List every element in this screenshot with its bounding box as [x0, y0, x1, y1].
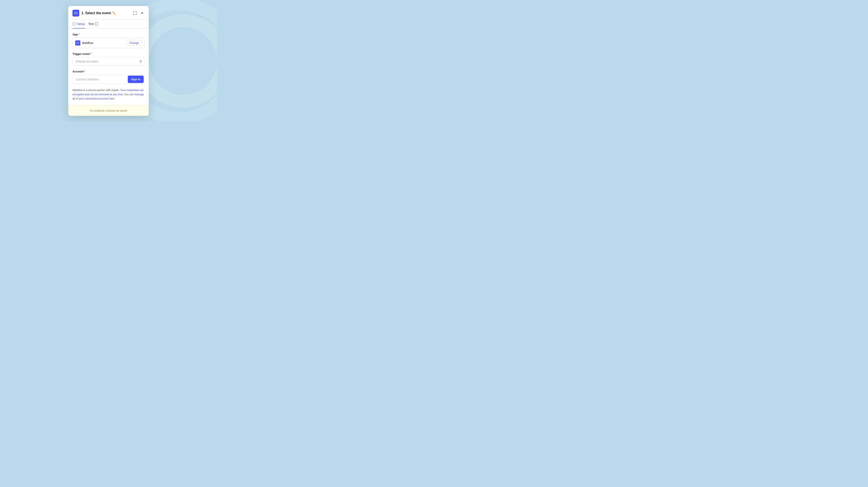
tab-setup-circle — [72, 22, 76, 26]
info-text-start: Webflow is a secure partner with Zapier. — [72, 89, 120, 92]
app-selector-left: Webflow — [75, 40, 93, 45]
modal-title: 1. Select the event ✏️ — [82, 11, 116, 15]
app-required-star: * — [79, 33, 80, 36]
app-field-group: App * Webflow Change — [72, 33, 145, 48]
account-field-group: Account * Connect Webflow Sign in — [72, 70, 145, 84]
trigger-required-star: * — [91, 52, 92, 56]
tab-setup[interactable]: Setup — [72, 20, 85, 29]
tab-test[interactable]: Test — [88, 20, 98, 29]
webflow-icon — [75, 40, 80, 45]
tab-test-circle — [95, 22, 98, 26]
info-text-end: . — [114, 97, 115, 100]
trigger-field-group: Trigger event * Choose an event ⇅ — [72, 52, 145, 66]
modal: 1. Select the event ✏️ ✕ Setup › Test — [68, 6, 149, 116]
footer-text: To continue, choose an event — [90, 109, 127, 112]
trigger-label-text: Trigger event — [72, 52, 90, 56]
app-selector: Webflow Change — [72, 38, 145, 48]
account-label-text: Account — [72, 70, 84, 73]
svg-rect-0 — [76, 42, 79, 44]
account-required-star: * — [84, 70, 85, 73]
app-name-text: Webflow — [82, 41, 93, 45]
info-text-mid: . You can — [123, 93, 134, 96]
info-text: Webflow is a secure partner with Zapier.… — [72, 88, 145, 101]
app-icon — [72, 10, 79, 17]
account-field: Connect Webflow Sign in — [72, 75, 145, 84]
title-text: 1. Select the event — [82, 11, 111, 15]
trigger-event-select[interactable]: Choose an event — [72, 57, 145, 66]
trigger-select-wrapper: Choose an event ⇅ — [72, 57, 145, 66]
account-field-label: Account * — [72, 70, 145, 73]
modal-body: App * Webflow Change Trigg — [68, 29, 149, 105]
modal-footer: To continue, choose an event — [68, 105, 149, 116]
modal-header-left: 1. Select the event ✏️ — [72, 10, 116, 17]
modal-header-right: ✕ — [132, 10, 145, 16]
modal-header: 1. Select the event ✏️ ✕ — [68, 6, 149, 20]
change-app-button[interactable]: Change — [126, 40, 142, 46]
tab-test-label: Test — [88, 22, 94, 26]
close-button[interactable]: ✕ — [140, 10, 145, 16]
tab-setup-label: Setup — [77, 22, 85, 26]
tabs-container: Setup › Test — [68, 20, 149, 29]
edit-icon[interactable]: ✏️ — [112, 11, 116, 15]
expand-button[interactable] — [132, 10, 137, 16]
tab-chevron-icon: › — [86, 23, 87, 25]
trigger-field-label: Trigger event * — [72, 52, 145, 56]
account-placeholder-text: Connect Webflow — [73, 75, 127, 84]
app-field-label: App * — [72, 33, 145, 36]
app-label-text: App — [72, 33, 78, 36]
signin-button[interactable]: Sign in — [128, 75, 144, 83]
